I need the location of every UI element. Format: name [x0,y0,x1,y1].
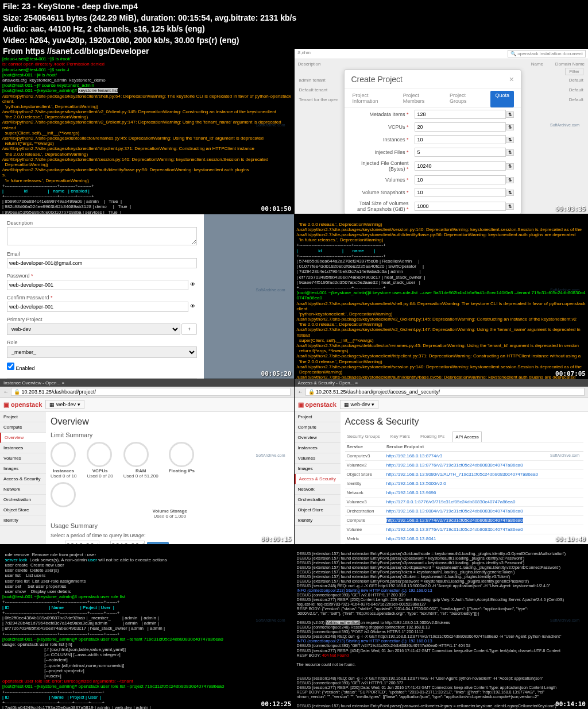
eye-icon[interactable]: 👁 [188,280,197,290]
confirm-password-input[interactable] [7,302,188,312]
eye-icon[interactable]: 👁 [188,302,197,312]
sidebar-item-project[interactable]: Project [0,412,46,422]
service-endpoint[interactable]: http://192.168.0.13:8776/v2/719c31cf05c2… [385,461,583,470]
service-endpoint[interactable]: http://192.168.0.13:8042 [385,544,583,544]
service-name: Orchestration [345,507,385,516]
quota-input[interactable] [415,188,506,197]
sidebar-item-access-security[interactable]: Access & Security [295,474,341,484]
to-date-input[interactable] [110,541,145,544]
service-endpoint[interactable]: http://127.0.0.1:8776/v3/719c31cf05c24db… [385,498,583,507]
quota-input[interactable] [415,110,506,119]
quota-label: Volume Snapshots * [351,190,415,195]
sidebar-item-images[interactable]: Images [0,464,46,474]
browser-tab[interactable]: Access & Security - Open... × [295,379,589,387]
sidebar-item-instances[interactable]: Instances [295,443,341,453]
page-title: Access & Security [345,417,584,427]
frame-2: :8,nhm 🔍 openstack installation document… [295,49,589,214]
primary-project-label: Primary Project [7,317,197,322]
url-bar[interactable]: 🔒 10.203.51.25/dashboard/project/ [11,388,291,396]
sidebar-item-network[interactable]: Network [0,484,46,495]
terminal: DEBUG (extension:157) found extension En… [295,545,589,710]
tab-quota[interactable]: Quota [490,91,514,107]
service-name: Volumev2 [345,461,385,470]
role-select[interactable]: _member_ [7,346,197,358]
sidebar-item-identity[interactable]: Identity [0,515,46,526]
tab-project-members[interactable]: Project Members [402,89,442,107]
password-input[interactable] [7,280,188,290]
create-user-form: Description Email Password *👁 Confirm Pa… [0,214,204,379]
sidebar-item-compute[interactable]: Compute [295,422,341,433]
url-bar[interactable]: :8,nhm [297,50,343,57]
service-endpoint[interactable]: http://192.168.0.13:5000/v2.0 [385,479,583,488]
back-icon[interactable]: ← [3,389,9,395]
search-input[interactable]: 🔍 openstack installation document [508,50,586,57]
service-endpoint[interactable]: http://192.168.0.13:8776/v1/719c31cf05c2… [385,525,583,534]
stepper-icon[interactable]: ⇅ [506,124,514,130]
api-row: Volumev2http://192.168.0.13:8776/v2/719c… [345,461,584,470]
sidebar-item-compute[interactable]: Compute [0,422,46,433]
quota-label: Instances * [351,137,415,142]
sidebar-item-volumes[interactable]: Volumes [295,453,341,464]
sidebar-item-images[interactable]: Images [295,464,341,474]
tab-security-groups[interactable]: Security Groups [345,431,382,442]
timestamp: 00:05:20 [261,370,292,377]
quota-input[interactable] [415,161,506,171]
sidebar-item-instances[interactable]: Instances [0,443,46,453]
quota-label: Volumes * [351,177,415,183]
stepper-icon[interactable]: ⇅ [506,111,514,118]
service-endpoint[interactable]: http://192.168.0.13:8774/v2/719c31cf05c2… [385,516,583,525]
sidebar-item-project[interactable]: Project [295,412,341,422]
browser-tab[interactable]: Instance Overview - Open... × [0,379,294,387]
api-row: Networkhttp://192.168.0.13:9696 [345,488,584,498]
url-bar[interactable]: 🔒 10.203.51.25/dashboard/project/access_… [305,388,585,396]
sidebar-item-identity[interactable]: Identity [295,515,341,526]
sidebar-item-network[interactable]: Network [295,484,341,495]
api-row: Volumehttp://192.168.0.13:8776/v1/719c31… [345,525,584,534]
sidebar-item-orchestration[interactable]: Orchestration [0,495,46,505]
sidebar-item-overview[interactable]: Overview [0,433,46,443]
tab-project-info[interactable]: Project Information [351,89,395,107]
sidebar-item-object-store[interactable]: Object Store [295,505,341,515]
tab-api-access[interactable]: API Access [452,431,481,442]
sidebar-item-overview[interactable]: Overview [295,433,341,443]
quota-input[interactable] [415,122,506,132]
service-endpoint[interactable]: http://192.168.0.13:8004/v1/719c31cf05c2… [385,507,583,516]
from-date-input[interactable] [65,541,99,544]
quota-input[interactable] [415,135,506,144]
service-endpoint[interactable]: http://192.168.0.13:9696 [385,488,583,498]
description-input[interactable] [7,227,197,245]
tab-key-pairs[interactable]: Key Pairs [388,431,412,442]
stepper-icon[interactable]: ⇅ [506,149,514,156]
service-endpoint[interactable]: http://192.168.0.13:8041 [385,534,583,544]
project-dropdown[interactable]: ▦ web-dev ▾ [340,400,378,409]
quota-input[interactable] [415,148,506,157]
stepper-icon[interactable]: ⇅ [506,177,514,183]
tab-floating-ips[interactable]: Floating IPs [418,431,447,442]
stepper-icon[interactable]: ⇅ [506,137,514,143]
tab-project-groups[interactable]: Project Groups [448,89,483,107]
add-project-button[interactable]: + [181,323,197,335]
email-input[interactable] [7,258,197,268]
quota-label: Injected Files * [351,149,415,155]
filter-button[interactable]: Filter [565,68,583,75]
sidebar-item-volumes[interactable]: Volumes [0,453,46,464]
quota-input[interactable] [415,175,506,184]
stepper-icon[interactable]: ⇅ [506,203,514,210]
quota-label: Metadata Items * [351,111,415,117]
submit-button[interactable]: Submit [147,542,169,544]
stepper-icon[interactable]: ⇅ [506,190,514,196]
enabled-checkbox[interactable] [7,363,14,370]
stepper-icon[interactable]: ⇅ [506,163,514,169]
back-icon[interactable]: ← [298,389,303,395]
sidebar-item-object-store[interactable]: Object Store [0,505,46,515]
sidebar-item-access-security[interactable]: Access & Security [0,474,46,484]
terminal: 'the 2.0.0 release.', DeprecationWarning… [295,214,589,379]
primary-project-select[interactable]: web-dev [7,323,180,335]
sidebar-item-orchestration[interactable]: Orchestration [295,495,341,505]
quota-input[interactable] [415,202,506,211]
project-dropdown[interactable]: ▦ web-dev ▾ [45,400,84,409]
service-name: Metric [345,534,385,544]
service-name: Compute [345,516,385,525]
close-icon[interactable]: × [509,75,514,84]
service-endpoint[interactable]: http://192.168.0.13:8080/v1/AUTH_719c31c… [385,470,583,479]
